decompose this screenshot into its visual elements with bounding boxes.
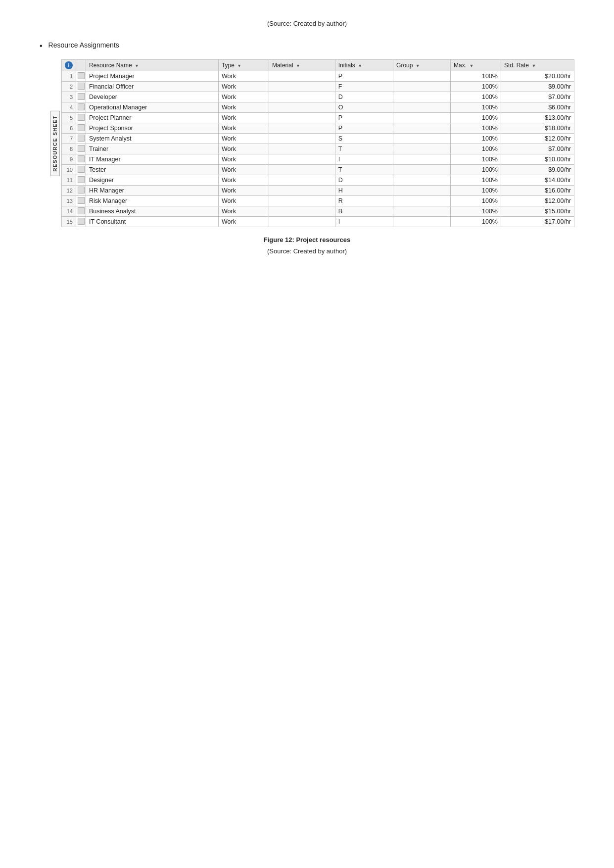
- resource-stdrate-cell: $7.00/hr: [501, 144, 574, 154]
- resource-type-cell: Work: [218, 165, 269, 175]
- resource-type-cell: Work: [218, 154, 269, 165]
- col-group-header[interactable]: Group ▼: [393, 60, 451, 71]
- resource-type-cell: Work: [218, 82, 269, 92]
- table-wrapper: RESOURCE SHEET i Resource Name ▼ Type ▼ …: [49, 59, 574, 227]
- resource-initials-cell: F: [335, 82, 393, 92]
- resource-material-cell: [269, 175, 335, 186]
- initials-filter-arrow[interactable]: ▼: [358, 63, 362, 68]
- material-filter-arrow[interactable]: ▼: [296, 63, 300, 68]
- resource-stdrate-cell: $20.00/hr: [501, 71, 574, 82]
- color-box: [78, 155, 85, 162]
- table-row: 4Operational ManagerWorkO100%$6.00/hr: [62, 102, 574, 113]
- col-max-header[interactable]: Max. ▼: [451, 60, 501, 71]
- col-material-header[interactable]: Material ▼: [269, 60, 335, 71]
- max-filter-arrow[interactable]: ▼: [469, 63, 473, 68]
- resource-group-cell: [393, 71, 451, 82]
- name-filter-arrow[interactable]: ▼: [135, 63, 139, 68]
- row-indicator: [76, 206, 86, 217]
- resource-initials-cell: B: [335, 206, 393, 217]
- col-name-header[interactable]: Resource Name ▼: [86, 60, 219, 71]
- resource-type-cell: Work: [218, 102, 269, 113]
- table-row: 8TrainerWorkT100%$7.00/hr: [62, 144, 574, 154]
- resource-type-cell: Work: [218, 134, 269, 144]
- row-indicator: [76, 82, 86, 92]
- row-number: 10: [62, 165, 76, 175]
- resource-type-cell: Work: [218, 144, 269, 154]
- table-row: 11DesignerWorkD100%$14.00/hr: [62, 175, 574, 186]
- bullet-section: • Resource Assignments: [40, 41, 574, 50]
- table-row: 14Business AnalystWorkB100%$15.00/hr: [62, 206, 574, 217]
- col-initials-header[interactable]: Initials ▼: [335, 60, 393, 71]
- color-box: [78, 145, 85, 152]
- resource-group-cell: [393, 154, 451, 165]
- resource-name-cell: Project Planner: [86, 113, 219, 123]
- row-number: 12: [62, 186, 76, 196]
- resource-type-cell: Work: [218, 175, 269, 186]
- table-row: 2Financial OfficerWorkF100%$9.00/hr: [62, 82, 574, 92]
- resource-group-cell: [393, 186, 451, 196]
- row-number: 4: [62, 102, 76, 113]
- resource-group-cell: [393, 217, 451, 227]
- row-number: 15: [62, 217, 76, 227]
- resource-max-cell: 100%: [451, 186, 501, 196]
- color-box: [78, 93, 85, 100]
- row-indicator: [76, 144, 86, 154]
- resource-initials-cell: P: [335, 123, 393, 134]
- resource-group-cell: [393, 165, 451, 175]
- sidebar-label-wrap: RESOURCE SHEET: [49, 59, 60, 227]
- col-info-header: i: [62, 60, 76, 71]
- resource-material-cell: [269, 134, 335, 144]
- row-indicator: [76, 196, 86, 206]
- resource-name-cell: Designer: [86, 175, 219, 186]
- resource-stdrate-cell: $9.00/hr: [501, 165, 574, 175]
- row-number: 6: [62, 123, 76, 134]
- col-type-header[interactable]: Type ▼: [218, 60, 269, 71]
- resource-max-cell: 100%: [451, 206, 501, 217]
- resource-initials-cell: D: [335, 92, 393, 102]
- resource-group-cell: [393, 123, 451, 134]
- resource-stdrate-cell: $9.00/hr: [501, 82, 574, 92]
- resource-material-cell: [269, 186, 335, 196]
- resource-group-cell: [393, 102, 451, 113]
- table-row: 3DeveloperWorkD100%$7.00/hr: [62, 92, 574, 102]
- row-indicator: [76, 186, 86, 196]
- group-filter-arrow[interactable]: ▼: [416, 63, 420, 68]
- color-box: [78, 207, 85, 214]
- info-icon[interactable]: i: [65, 61, 73, 69]
- row-number: 14: [62, 206, 76, 217]
- row-indicator: [76, 154, 86, 165]
- color-box: [78, 124, 85, 131]
- stdrate-filter-arrow[interactable]: ▼: [531, 63, 536, 68]
- resource-stdrate-cell: $6.00/hr: [501, 102, 574, 113]
- col-stdrate-header[interactable]: Std. Rate ▼: [501, 60, 574, 71]
- resource-initials-cell: T: [335, 165, 393, 175]
- row-number: 5: [62, 113, 76, 123]
- table-header-row: i Resource Name ▼ Type ▼ Material ▼ Init…: [62, 60, 574, 71]
- table-row: 13Risk ManagerWorkR100%$12.00/hr: [62, 196, 574, 206]
- resource-max-cell: 100%: [451, 92, 501, 102]
- resource-max-cell: 100%: [451, 165, 501, 175]
- row-number: 7: [62, 134, 76, 144]
- resource-name-cell: HR Manager: [86, 186, 219, 196]
- row-indicator: [76, 217, 86, 227]
- row-number: 1: [62, 71, 76, 82]
- color-box: [78, 135, 85, 142]
- table-row: 10TesterWorkT100%$9.00/hr: [62, 165, 574, 175]
- resource-name-cell: Business Analyst: [86, 206, 219, 217]
- resource-stdrate-cell: $16.00/hr: [501, 186, 574, 196]
- table-row: 1Project ManagerWorkP100%$20.00/hr: [62, 71, 574, 82]
- resource-name-cell: IT Consultant: [86, 217, 219, 227]
- resource-type-cell: Work: [218, 217, 269, 227]
- row-number: 9: [62, 154, 76, 165]
- source-text-top: (Source: Created by author): [40, 20, 574, 27]
- row-indicator: [76, 165, 86, 175]
- resource-material-cell: [269, 71, 335, 82]
- resource-material-cell: [269, 217, 335, 227]
- color-box: [78, 114, 85, 121]
- type-filter-arrow[interactable]: ▼: [237, 63, 241, 68]
- resource-name-cell: Tester: [86, 165, 219, 175]
- resource-max-cell: 100%: [451, 217, 501, 227]
- resource-name-cell: Risk Manager: [86, 196, 219, 206]
- resource-max-cell: 100%: [451, 175, 501, 186]
- resource-initials-cell: I: [335, 217, 393, 227]
